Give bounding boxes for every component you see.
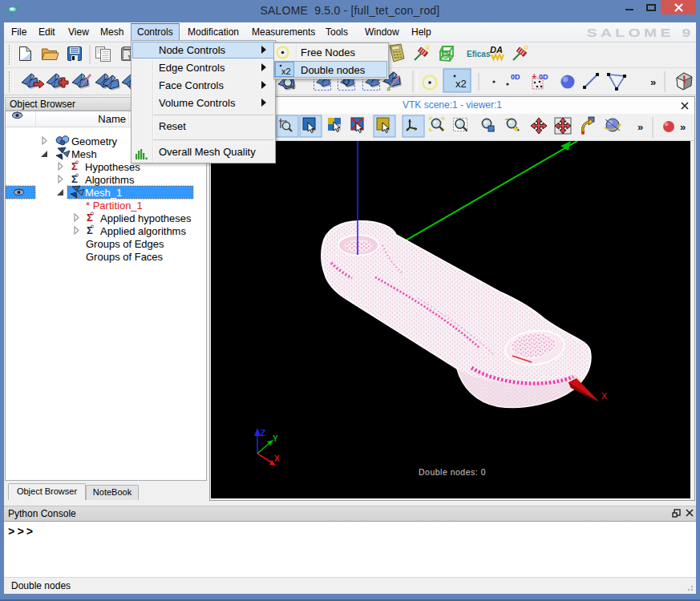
svg-text:X: X xyxy=(274,454,280,463)
svg-text:x2: x2 xyxy=(281,67,291,76)
svg-text:Double nodes: 0: Double nodes: 0 xyxy=(419,467,486,477)
svg-text:»: » xyxy=(637,121,643,133)
svg-text:Algorithms: Algorithms xyxy=(85,174,135,186)
svg-text:Applied hypotheses: Applied hypotheses xyxy=(100,212,192,224)
svg-text:0D: 0D xyxy=(511,73,520,81)
svg-text:Eficas: Eficas xyxy=(467,50,491,58)
svg-text:Groups of Faces: Groups of Faces xyxy=(86,251,164,263)
svg-text:+: + xyxy=(532,71,536,81)
svg-text:Mesh: Mesh xyxy=(71,148,97,160)
svg-text:»: » xyxy=(650,76,656,88)
svg-text:Z: Z xyxy=(261,429,265,438)
svg-text:Applied algorithms: Applied algorithms xyxy=(100,225,186,237)
svg-text:x2: x2 xyxy=(455,78,467,90)
svg-text:Geometry: Geometry xyxy=(71,135,118,147)
svg-text:»: » xyxy=(680,121,686,133)
svg-text:Y: Y xyxy=(273,434,278,443)
svg-text:DA: DA xyxy=(490,45,503,54)
svg-text:Groups of Edges: Groups of Edges xyxy=(86,238,164,250)
svg-text:Mesh_1: Mesh_1 xyxy=(85,187,122,199)
svg-text:* Partition_1: * Partition_1 xyxy=(86,200,143,212)
svg-text:0D: 0D xyxy=(539,73,548,81)
svg-text:X: X xyxy=(601,391,607,401)
